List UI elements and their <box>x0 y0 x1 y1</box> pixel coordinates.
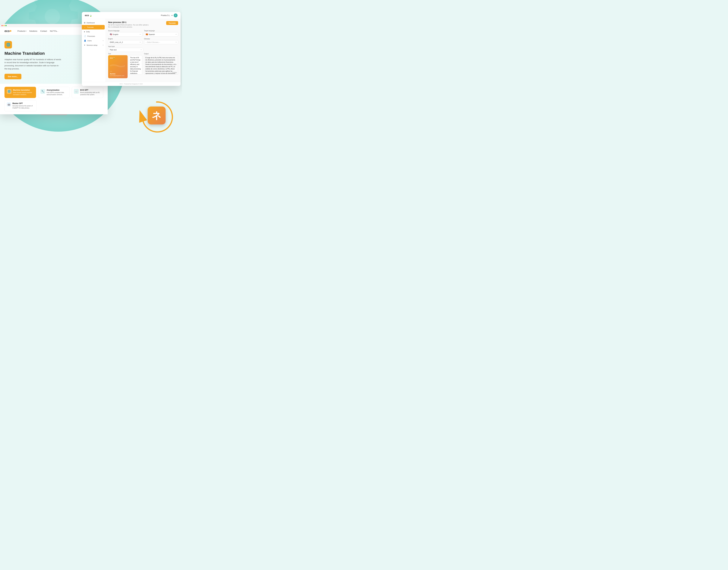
input-type-label: Input type <box>108 46 178 47</box>
engine-chevron-icon: ▾ <box>140 41 140 43</box>
services-setup-chevron-icon: ▾ <box>103 44 103 46</box>
nav-contact[interactable]: Contact <box>40 30 47 32</box>
translate-kanji-icon: ネ <box>152 109 161 122</box>
source-language-value: English <box>113 33 118 35</box>
app-top-bar: eco🍃 Prueba S.L. ▾ P <box>82 12 180 19</box>
sidebar-label-users: Users <box>87 40 92 42</box>
eco-app-panel: eco🍃 Prueba S.L. ▾ P ⊞ Dashboard ↔ Trans… <box>82 12 180 86</box>
output-label: Output <box>144 53 178 55</box>
source-language-group: Source language 🇺🇸English ▾ <box>108 30 142 36</box>
translate-icon-box: ネ <box>147 106 165 124</box>
machine-translation-title: Machine translation <box>13 89 34 91</box>
glossary-label: Glossary <box>144 38 178 40</box>
sidebar-item-services-setup[interactable]: ✦ Services setup ▾ <box>82 43 106 47</box>
translate-icon-area: ネ <box>139 99 174 135</box>
target-language-select[interactable]: 🇪🇸Spanish ▾ <box>144 32 178 36</box>
eco-gpt-title: ECO GPT <box>80 89 101 91</box>
service-card-masker-gpt[interactable]: 🤖 Masker GPT Securely harness the power … <box>4 100 37 111</box>
process-header: New process 25/-1 Set all the required f… <box>108 21 178 28</box>
engine-value: ENES_corp_v1_2 <box>110 41 123 43</box>
machine-translation-desc: Near-human neural machine translation so… <box>13 91 34 96</box>
process-title: New process 25/-1 <box>108 21 150 23</box>
minimize-dot <box>3 25 5 26</box>
engine-glossary-row: Engine ENES_corp_v1_2 ▾ Glossary – Selec… <box>108 38 178 44</box>
aurora-name: Aurora <box>110 73 126 75</box>
processes-icon: 📄 <box>84 35 86 37</box>
masker-gpt-title: Masker GPT <box>12 102 34 104</box>
language-row: Source language 🇺🇸English ▾ Target langu… <box>108 30 178 36</box>
user-area[interactable]: Prueba S.L. ▾ P <box>161 13 177 17</box>
input-type-chevron-icon: ▾ <box>141 49 141 51</box>
input-text-content: The rise of AI and NLP brings a new era … <box>130 57 141 75</box>
services-setup-icon: ✦ <box>84 44 85 46</box>
services-section: 🌐 Machine translation Near-human neural … <box>0 84 108 114</box>
user-avatar: P <box>174 13 177 17</box>
app-sidebar: ⊞ Dashboard ↔ Translate › ● Dolly 📄 Proc… <box>82 19 106 82</box>
engine-group: Engine ENES_corp_v1_2 ▾ <box>108 38 142 44</box>
masker-gpt-icon: 🤖 <box>7 102 11 106</box>
glossary-select[interactable]: – Select Glossary – ▾ <box>144 40 178 44</box>
masker-gpt-desc: Securely harness the power of ChatGPT fo… <box>12 105 34 109</box>
translate-sidebar-icon: ↔ <box>84 26 86 28</box>
translate-button[interactable]: Translate <box>166 21 178 25</box>
output-text-area: El auge de la IA y la PNL trae una nueva… <box>144 55 178 75</box>
hero-text: 🌐 Machine Translation Adaptive near-huma… <box>4 41 61 79</box>
input-type-select[interactable]: Plain text ▾ <box>108 48 143 52</box>
translate-arrow-icon: › <box>102 26 103 28</box>
nav-products[interactable]: Products <box>17 30 26 32</box>
eco-gpt-icon: ☁️ <box>74 89 79 94</box>
eco-gpt-desc: Boost productivity with our AI-powered c… <box>80 91 101 96</box>
dolly-icon: ● <box>84 31 85 33</box>
target-chevron-icon: ▾ <box>176 34 176 35</box>
sidebar-label-services-setup: Services setup <box>87 44 97 46</box>
source-flag-icon: 🇺🇸 <box>110 33 112 35</box>
input-type-value: Plain text <box>110 49 116 51</box>
user-chevron-icon: ▾ <box>171 14 172 16</box>
aurora-dash: — <box>110 70 126 72</box>
nav-nlp[interactable]: NLP Pa... <box>50 30 58 32</box>
website-logo: eco <box>4 29 11 33</box>
sidebar-label-processes: Processes <box>87 35 95 37</box>
sidebar-label-dolly: Dolly <box>86 31 90 33</box>
maximize-dot <box>5 25 7 26</box>
sidebar-item-processes[interactable]: 📄 Processes <box>82 34 106 38</box>
users-chevron-icon: ▾ <box>103 40 103 41</box>
website-nav-links: Products Solutions Contact NLP Pa... <box>17 30 58 32</box>
service-card-machine-translation[interactable]: 🌐 Machine translation Near-human neural … <box>4 87 36 98</box>
services-grid: 🌐 Machine translation Near-human neural … <box>4 87 103 98</box>
anonymization-desc: Full GDPR-compliant data anonymization s… <box>47 91 67 96</box>
nav-solutions[interactable]: Solutions <box>29 30 37 32</box>
input-type-row: Input type Plain text ▾ <box>108 46 178 52</box>
see-more-button[interactable]: See more... <box>4 74 21 79</box>
aurora-wave <box>110 63 125 68</box>
copy-label: Copy <box>173 72 177 73</box>
target-language-label: Target language <box>144 30 178 32</box>
service-card-eco-gpt[interactable]: ☁️ ECO GPT Boost productivity with our A… <box>72 87 103 98</box>
logo-dot-icon <box>10 30 11 32</box>
logo-leaf-icon: 🍃 <box>89 14 92 17</box>
footer-text: ECO – Powered by Pangeanic © 2023 <box>120 83 143 85</box>
engine-select[interactable]: ENES_corp_v1_2 ▾ <box>108 40 142 44</box>
copy-hash-icon: # <box>172 72 173 73</box>
hero-subtitle: Adaptive near-human quality MT for hundr… <box>4 58 61 70</box>
close-dot <box>1 25 3 26</box>
input-text-area[interactable]: The rise of AI and NLP brings a new era … <box>129 55 142 75</box>
engine-label: Engine <box>108 38 142 40</box>
users-icon: 👤 <box>84 40 86 42</box>
text-columns: Text eco🍃 <box>108 53 178 80</box>
aurora-email: aurora@pangeanic.com <box>110 75 126 76</box>
sidebar-item-users[interactable]: 👤 Users ▾ <box>82 38 106 43</box>
output-text-content: El auge de la IA y la PNL trae una nueva… <box>145 57 176 75</box>
glossary-placeholder: – Select Glossary – <box>146 41 160 43</box>
input-text-column: Text eco🍃 <box>108 53 142 80</box>
sidebar-label-translate: Translate <box>87 26 94 28</box>
app-logo: eco🍃 <box>85 14 92 17</box>
service-card-anonymization[interactable]: 🔧 Anonymization Full GDPR-compliant data… <box>38 87 70 98</box>
copy-button[interactable]: #Copy <box>172 71 177 74</box>
sidebar-item-dashboard[interactable]: ⊞ Dashboard <box>82 20 106 25</box>
source-language-select[interactable]: 🇺🇸English ▾ <box>108 32 142 36</box>
sidebar-item-translate[interactable]: ↔ Translate › <box>82 25 105 29</box>
sidebar-item-dolly[interactable]: ● Dolly <box>82 29 106 34</box>
sidebar-label-dashboard: Dashboard <box>87 22 95 24</box>
anonymization-title: Anonymization <box>47 89 67 91</box>
